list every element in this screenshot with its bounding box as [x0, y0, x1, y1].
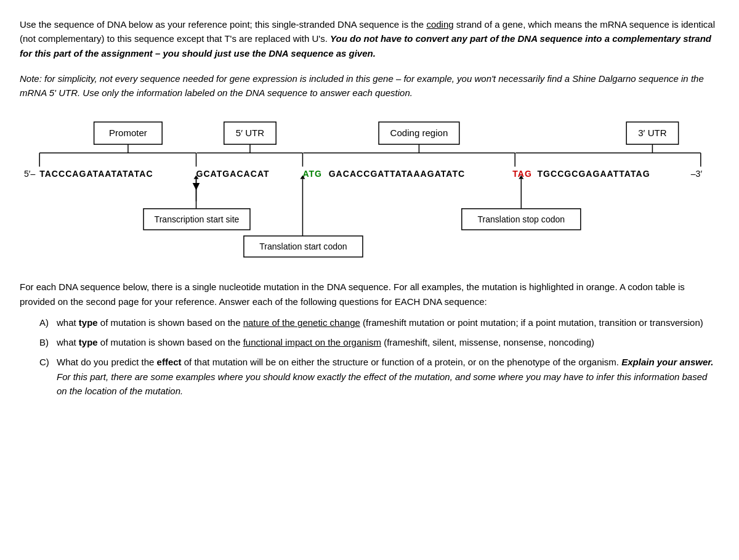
intro-coding-underline: coding [426, 19, 453, 30]
questions-section: For each DNA sequence below, there is a … [20, 280, 719, 398]
seq-suffix: –3′ [691, 169, 703, 179]
question-b: B) what type of mutation is shown based … [20, 335, 719, 350]
question-a: A) what type of mutation is shown based … [20, 315, 719, 330]
intro-paragraph: Use the sequence of DNA below as your re… [20, 17, 719, 60]
utr5-label: 5′ UTR [236, 128, 264, 138]
coding-region-label: Coding region [390, 128, 448, 138]
seq-seg2: GCATGACACAT [196, 169, 270, 179]
question-b-content: what type of mutation is shown based on … [57, 335, 719, 350]
translation-start-label: Translation start codon [259, 241, 347, 251]
question-a-label: A) [39, 315, 57, 330]
intro-text-1: Use the sequence of DNA below as your re… [20, 19, 426, 30]
promoter-label: Promoter [109, 128, 147, 138]
question-a-type: type [79, 317, 98, 328]
diagram-svg: Promoter 5′ UTR Coding region 3′ UTR [20, 117, 719, 259]
seq-tag: TAG [512, 169, 532, 179]
question-c-effect: effect [157, 357, 182, 367]
seq-seg6: TGCCGCGAGAATTATAG [537, 169, 650, 179]
question-a-underline: nature of the genetic change [243, 317, 360, 328]
seq-seg4: GACACCGATTATAAAGATATC [329, 169, 466, 179]
question-b-label: B) [39, 335, 57, 350]
question-c-content: What do you predict the effect of that m… [57, 355, 719, 398]
question-c-italic: For this part, there are some examples w… [57, 371, 707, 396]
question-c-explain: Explain your answer. [621, 357, 713, 367]
dna-diagram: Promoter 5′ UTR Coding region 3′ UTR [20, 117, 719, 261]
utr3-label: 3′ UTR [638, 128, 666, 138]
transcription-start-label: Transcription start site [155, 214, 240, 224]
question-a-content: what type of mutation is shown based on … [57, 315, 719, 330]
translation-stop-label: Translation stop codon [477, 214, 565, 224]
question-c-label: C) [39, 355, 57, 398]
seq-prefix: 5′– [24, 169, 35, 179]
questions-intro: For each DNA sequence below, there is a … [20, 280, 719, 309]
seq-atg: ATG [302, 169, 322, 179]
note-text: Note: for simplicity, not every sequence… [20, 71, 719, 100]
note-paragraph: Note: for simplicity, not every sequence… [20, 71, 719, 100]
question-c: C) What do you predict the effect of tha… [20, 355, 719, 398]
question-b-underline: functional impact on the organism [243, 337, 381, 347]
question-b-type: type [79, 337, 98, 347]
seq-seg1: TACCCAGATAATATATAC [39, 169, 153, 179]
